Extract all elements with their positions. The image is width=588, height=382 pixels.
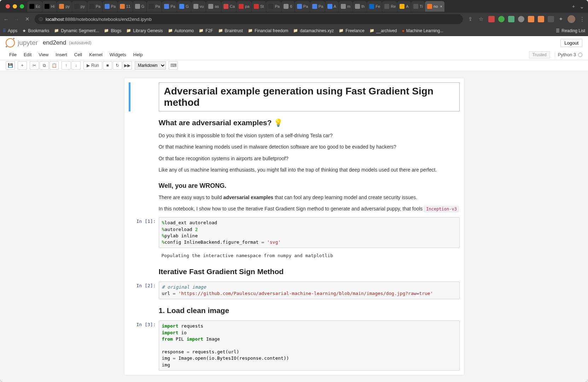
markdown-cell[interactable]: What are adversarial examples? 💡 Do you … [127,113,461,177]
browser-tab[interactable]: Pa [87,1,102,12]
bookmark-item[interactable]: 📁Dynamic Segment... [54,28,99,33]
menu-edit[interactable]: Edit [20,50,35,59]
window-maximize-button[interactable] [20,4,24,8]
chrome-menu-icon[interactable]: ⋮ [579,16,585,22]
notebook-area[interactable]: Adversarial example generation using Fas… [124,78,464,375]
browser-tab[interactable]: py [57,1,72,12]
window-close-button[interactable] [6,4,10,8]
menu-insert[interactable]: Insert [52,50,71,59]
browser-tab[interactable]: Hi [42,1,57,12]
bookmark-item[interactable]: 📁Library Genesis [126,28,163,33]
insert-cell-button[interactable]: + [18,61,27,70]
reading-list-button[interactable]: ☰ Reading List [556,28,585,33]
run-button[interactable]: ▶ Run [83,61,102,70]
bookmark-item[interactable]: 📁datamachines.xyz [293,28,334,33]
bookmark-item[interactable]: ⠿Apps [3,28,17,33]
browser-tab[interactable]: G [177,1,191,12]
extension-icon[interactable] [498,16,505,22]
browser-tab[interactable]: th [353,1,367,12]
move-up-button[interactable]: ↑ [62,61,71,70]
menu-help[interactable]: Help [130,50,146,59]
browser-tab[interactable]: Pa [295,1,310,12]
window-minimize-button[interactable] [13,4,17,8]
site-info-icon[interactable]: ⓘ [39,17,43,22]
cell-type-select[interactable]: Markdown [135,61,166,70]
menu-file[interactable]: File [6,50,20,59]
extension-icon[interactable] [488,16,495,22]
paste-button[interactable]: 📋 [50,61,59,70]
browser-tab[interactable]: G [133,1,147,12]
bookmark-item[interactable]: ●Machine Learning... [402,28,443,33]
move-down-button[interactable]: ↓ [71,61,81,70]
extension-icon[interactable] [538,16,544,22]
browser-tab[interactable]: pa [237,1,251,12]
browser-tab[interactable]: no× [425,1,444,12]
forward-button[interactable]: → [13,16,20,22]
browser-tab[interactable]: m [339,1,353,12]
markdown-cell[interactable]: Adversarial example generation using Fas… [127,81,461,113]
extension-icon[interactable] [518,16,524,22]
extensions-menu-icon[interactable]: ✦ [558,16,564,22]
trusted-indicator[interactable]: Trusted [529,51,549,58]
code-input-area[interactable]: import requests import io from PIL impor… [159,320,460,370]
code-cell[interactable]: In [1]: %load_ext autoreload %autoreload… [127,216,461,249]
browser-tab[interactable]: St [252,1,266,12]
extension-icon[interactable] [528,16,534,22]
bookmark-star-icon[interactable]: ☆ [478,16,484,22]
menu-view[interactable]: View [35,50,52,59]
browser-tab[interactable]: 11 [118,1,133,12]
browser-tab[interactable]: Ca [221,1,236,12]
browser-tab[interactable]: Pa [310,1,325,12]
browser-tab[interactable]: Pa [266,1,281,12]
menu-kernel[interactable]: Kernel [86,50,106,59]
bookmark-item[interactable]: 📁Autonomo [168,28,194,33]
restart-button[interactable]: ↻ [113,61,122,70]
url-input[interactable]: ⓘ localhost:8888/notebooks/notebooks/end… [35,14,463,24]
jupyter-logo-icon[interactable] [6,38,15,47]
markdown-cell[interactable]: Well, you are WRONG. There are easy ways… [127,177,461,216]
code-input-area[interactable]: # original image url = 'https://github.c… [159,282,460,299]
command-palette-button[interactable]: ⌨ [169,61,178,70]
bookmark-item[interactable]: 📁Financial freedom [248,28,288,33]
browser-tab[interactable]: 6 [281,1,294,12]
browser-tab[interactable]: Ti [411,1,425,12]
notebook-title[interactable]: end2end [43,39,66,46]
profile-avatar-icon[interactable] [567,15,575,23]
kernel-indicator[interactable]: Python 3 [555,52,582,57]
reload-button[interactable]: ✕ [24,16,30,22]
restart-run-all-button[interactable]: ▶▶ [123,61,132,70]
bookmark-item[interactable]: 📁Freelance [339,28,364,33]
browser-tab[interactable]: py [72,1,87,12]
browser-tab[interactable]: Re [382,1,397,12]
browser-tab[interactable]: as [206,1,221,12]
code-cell[interactable]: In [3]: import requests import io from P… [127,319,461,372]
extension-icon[interactable] [508,16,514,22]
bookmark-item[interactable]: 📁Braintrust [218,28,243,33]
tab-close-icon[interactable]: × [440,4,442,8]
browser-tab[interactable]: Pa [162,1,177,12]
cut-button[interactable]: ✂ [30,61,39,70]
browser-tab[interactable]: A [325,1,338,12]
markdown-cell[interactable]: Iterative Fast Gradient Sign Method [127,262,461,280]
share-icon[interactable]: ⇪ [467,16,473,22]
menu-widgets[interactable]: Widgets [106,50,130,59]
code-cell[interactable]: In [2]: # original image url = 'https://… [127,280,461,301]
bookmark-item[interactable]: 📁F2F [199,28,213,33]
tab-list-dropdown[interactable]: ⌄ [578,3,585,10]
browser-tab[interactable]: vu [191,1,206,12]
browser-tab[interactable]: Ec [27,1,42,12]
interrupt-button[interactable]: ■ [103,61,112,70]
new-tab-button[interactable]: + [569,4,578,9]
markdown-cell[interactable]: 1. Load clean image [127,301,461,319]
logout-button[interactable]: Logout [560,39,582,47]
bookmark-item[interactable]: 📁__archived [369,28,397,33]
copy-button[interactable]: ⧉ [40,61,49,70]
back-button[interactable]: ← [3,16,9,22]
browser-tab[interactable]: Pa [103,1,117,12]
browser-tab[interactable]: Pa [147,1,162,12]
bookmark-item[interactable]: 📁Blogs [104,28,121,33]
code-input-area[interactable]: %load_ext autoreload %autoreload 2 %pyla… [159,217,460,248]
browser-tab[interactable]: Fe [367,1,382,12]
save-button[interactable]: 💾 [6,61,15,70]
menu-cell[interactable]: Cell [71,50,86,59]
